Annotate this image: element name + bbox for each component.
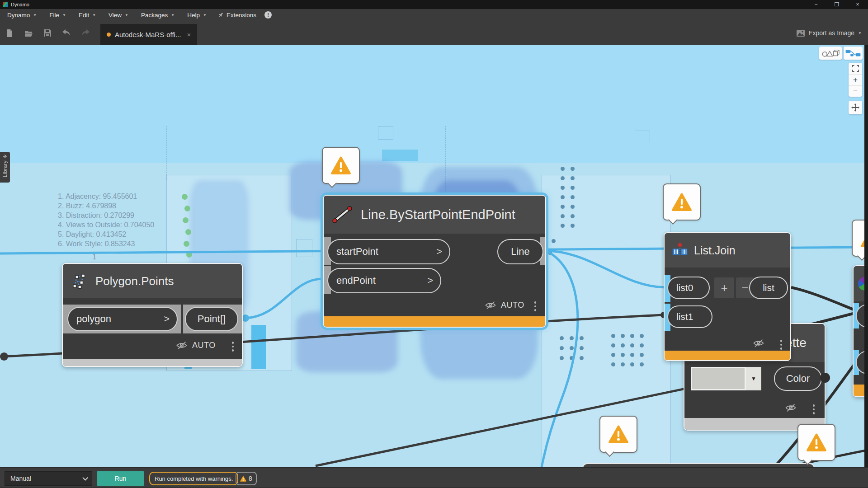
- preview-hidden-icon[interactable]: [753, 339, 764, 347]
- close-button[interactable]: ×: [847, 0, 868, 9]
- redo-icon: [81, 29, 90, 37]
- pushpin-icon: [217, 12, 224, 19]
- menu-edit[interactable]: Edit ▼: [72, 9, 102, 21]
- warning-tooltip[interactable]: [797, 424, 835, 461]
- warning-icon: [330, 156, 351, 175]
- input-port-endpoint[interactable]: endPoint >: [327, 268, 441, 293]
- chevron-down-icon: [82, 475, 88, 481]
- lacing-label[interactable]: AUTO: [501, 300, 524, 310]
- menu-help[interactable]: Help ▼: [181, 9, 213, 21]
- undo-icon: [62, 29, 71, 37]
- output-port-list[interactable]: list: [749, 277, 788, 299]
- canvas-right-scrollbar[interactable]: [864, 45, 868, 467]
- node-title: Line.ByStartPointEndPoint: [361, 207, 515, 222]
- warning-count-badge[interactable]: 8: [236, 472, 257, 485]
- node-context-menu-icon[interactable]: [232, 342, 234, 352]
- output-connector-dot[interactable]: [820, 373, 830, 383]
- wire-polygon-to-line: [245, 279, 323, 318]
- fit-to-screen-button[interactable]: [849, 63, 862, 74]
- window-title: Dynamo: [11, 2, 29, 7]
- chevron-down-icon: ▼: [125, 13, 128, 17]
- run-mode-select[interactable]: Manual: [5, 471, 92, 486]
- redo-button[interactable]: [76, 21, 95, 45]
- input-port-list0[interactable]: list0: [667, 277, 710, 299]
- node-context-menu-icon[interactable]: [780, 340, 783, 350]
- wire-list-to-geometry: [791, 287, 858, 311]
- preview-hidden-icon[interactable]: [485, 301, 496, 310]
- node-list-join[interactable]: List.Join list0 list1 + − list: [664, 232, 791, 361]
- chevron-down-icon: ▼: [858, 31, 862, 35]
- run-status-message: Run completed with warnings.: [149, 472, 238, 485]
- palette-dropdown-button[interactable]: ▼: [746, 367, 761, 390]
- notifications-icon[interactable]: !: [264, 11, 272, 19]
- dynamo-app-icon: [3, 2, 8, 7]
- menu-packages[interactable]: Packages ▼: [135, 9, 181, 21]
- graph-view-toggle[interactable]: [844, 47, 863, 60]
- node-baseline: [63, 359, 242, 366]
- port-chevron-icon: >: [436, 246, 449, 258]
- undo-button[interactable]: [57, 21, 76, 45]
- port-chevron-icon: >: [164, 313, 177, 325]
- node-header[interactable]: Line.ByStartPointEndPoint: [324, 196, 545, 234]
- node-title: List.Join: [694, 244, 736, 257]
- input-port-list1[interactable]: list1: [667, 305, 712, 328]
- warning-icon: [671, 192, 692, 211]
- save-button[interactable]: [38, 21, 57, 45]
- node-context-menu-icon[interactable]: [534, 301, 537, 311]
- geometry-view-toggle[interactable]: [819, 47, 842, 60]
- node-header[interactable]: Polygon.Points: [63, 264, 242, 298]
- warning-tooltip[interactable]: [322, 147, 360, 184]
- title-bar: Dynamo − ❐ ×: [0, 0, 868, 9]
- color-swatch[interactable]: [691, 367, 746, 390]
- zoom-in-button[interactable]: +: [849, 74, 862, 85]
- polygon-points-icon: [70, 272, 88, 290]
- menu-dynamo[interactable]: Dynamo ▼: [0, 9, 43, 21]
- warning-tooltip[interactable]: [663, 183, 701, 221]
- zoom-controls: + −: [849, 63, 862, 97]
- output-port-line[interactable]: Line: [497, 239, 543, 264]
- status-bar: Manual Run Run completed with warnings. …: [0, 467, 868, 488]
- maximize-button[interactable]: ❐: [826, 0, 847, 9]
- output-port-color[interactable]: Color: [774, 366, 822, 391]
- lacing-label[interactable]: AUTO: [192, 341, 216, 350]
- preview-hidden-icon[interactable]: [176, 341, 188, 350]
- export-as-image-button[interactable]: Export as Image ▼: [797, 21, 862, 45]
- menu-extensions[interactable]: Extensions: [213, 12, 261, 19]
- chevron-down-icon: ▼: [751, 375, 756, 382]
- save-icon: [43, 29, 52, 37]
- node-context-menu-icon[interactable]: [813, 404, 815, 414]
- warning-icon: [806, 433, 827, 452]
- zoom-out-button[interactable]: −: [849, 85, 862, 97]
- node-warning-stripe: [324, 316, 545, 327]
- pan-button[interactable]: [849, 101, 862, 114]
- list-join-icon: [672, 242, 688, 259]
- node-bottom-partial[interactable]: [582, 463, 815, 467]
- node-polygon-points[interactable]: Polygon.Points polygon > Point[] AUTO: [62, 263, 243, 367]
- chevron-down-icon: ▼: [92, 13, 96, 17]
- input-port-startpoint[interactable]: startPoint >: [327, 239, 450, 264]
- tab-close-icon[interactable]: ×: [187, 31, 191, 38]
- node-header[interactable]: List.Join: [665, 233, 790, 267]
- chevron-down-icon: ▼: [171, 13, 175, 17]
- port-chevron-icon: >: [427, 275, 440, 286]
- graph-canvas[interactable]: 1. Adjacency: 95.455601 2. Buzz: 4.67989…: [0, 45, 868, 467]
- warning-tooltip[interactable]: [599, 416, 637, 453]
- output-port-points[interactable]: Point[]: [185, 307, 238, 331]
- node-line-bystartpointendpoint[interactable]: Line.ByStartPointEndPoint startPoint > e…: [323, 195, 546, 328]
- menu-view[interactable]: View ▼: [102, 9, 135, 21]
- preview-hidden-icon[interactable]: [785, 404, 797, 412]
- wire-line-down: [542, 251, 578, 467]
- graph-view-icon: [845, 49, 861, 58]
- add-input-button[interactable]: +: [714, 277, 734, 298]
- input-port-polygon[interactable]: polygon >: [67, 307, 178, 331]
- menu-file[interactable]: File ▼: [43, 9, 72, 21]
- run-button[interactable]: Run: [97, 471, 144, 486]
- minimize-button[interactable]: −: [806, 0, 826, 9]
- new-file-button[interactable]: [0, 21, 19, 45]
- menu-bar: Dynamo ▼ File ▼ Edit ▼ View ▼ Packages ▼…: [0, 9, 868, 21]
- new-file-icon: [5, 29, 14, 38]
- library-flyout-tab[interactable]: Library: [0, 152, 10, 183]
- open-file-button[interactable]: [19, 21, 38, 45]
- workspace-tab[interactable]: Autodesk-MaRS-offi... ×: [100, 24, 197, 45]
- chevron-down-icon: ▼: [203, 13, 207, 17]
